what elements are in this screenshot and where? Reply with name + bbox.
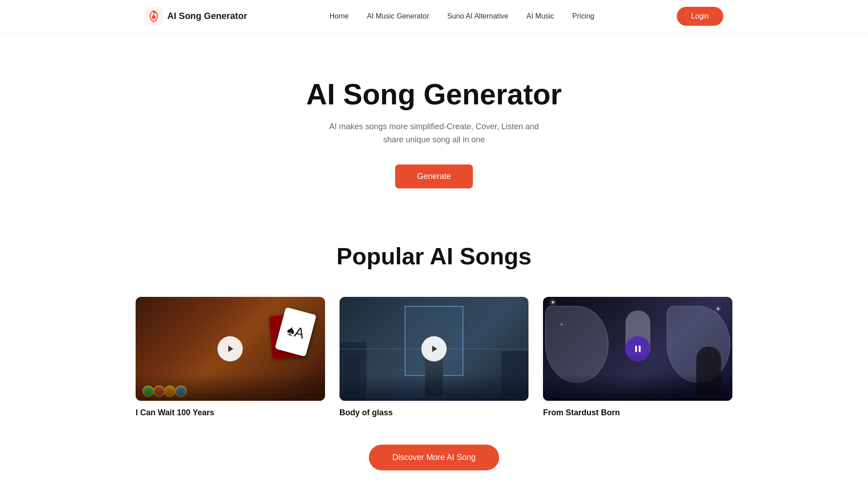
song-title-1: I Can Wait 100 Years <box>136 408 325 418</box>
play-button-1[interactable] <box>217 336 243 361</box>
star-1 <box>552 301 554 303</box>
song-title-3: From Stardust Born <box>543 408 732 418</box>
gradient-overlay-3 <box>543 374 732 401</box>
discover-more-button[interactable]: Discover More AI Song <box>369 445 499 470</box>
song-bg-casino: ♠A <box>136 297 325 401</box>
svg-rect-5 <box>639 346 641 352</box>
svg-rect-4 <box>635 346 637 352</box>
song-title-2: Body of glass <box>340 408 529 418</box>
hero-section: AI Song Generator AI makes songs more si… <box>0 33 868 225</box>
generate-button[interactable]: Generate <box>395 164 472 188</box>
song-card-1[interactable]: ♠A I Can Wait 100 Y <box>136 297 325 418</box>
hero-title: AI Song Generator <box>0 78 868 111</box>
hero-subtitle: AI makes songs more simplified-Create, C… <box>0 120 868 146</box>
gradient-overlay-2 <box>340 374 529 401</box>
svg-marker-2 <box>228 346 233 352</box>
nav-suno-alternative[interactable]: Suno AI Alternative <box>447 12 508 20</box>
nav-links: Home AI Music Generator Suno AI Alternat… <box>330 12 594 20</box>
song-bg-fantasy <box>543 297 732 401</box>
song-thumbnail-3 <box>543 297 732 401</box>
gradient-overlay-1 <box>136 374 325 401</box>
nav-ai-music[interactable]: AI Music <box>527 12 554 20</box>
song-card-3[interactable]: From Stardust Born <box>543 297 732 418</box>
wing-left <box>545 306 609 383</box>
popular-songs-section: Popular AI Songs ♠A <box>0 225 868 488</box>
popular-section-title: Popular AI Songs <box>0 243 868 270</box>
logo-area[interactable]: AI Song Generator <box>145 7 247 25</box>
play-button-2[interactable] <box>421 336 447 361</box>
logo-icon <box>145 7 163 25</box>
nav-home[interactable]: Home <box>330 12 349 20</box>
star-2 <box>717 308 719 310</box>
ace-card-decoration: ♠A <box>275 307 316 357</box>
song-thumbnail-1: ♠A <box>136 297 325 401</box>
pause-button-3[interactable] <box>625 336 651 361</box>
brand-name: AI Song Generator <box>167 11 247 21</box>
songs-grid: ♠A I Can Wait 100 Y <box>0 297 868 418</box>
song-bg-urban <box>340 297 529 401</box>
nav-ai-music-generator[interactable]: AI Music Generator <box>367 12 429 20</box>
navbar: AI Song Generator Home AI Music Generato… <box>0 0 868 33</box>
song-thumbnail-2 <box>340 297 529 401</box>
song-card-2[interactable]: Body of glass <box>340 297 529 418</box>
svg-point-1 <box>152 15 156 19</box>
nav-pricing[interactable]: Pricing <box>572 12 594 20</box>
svg-marker-3 <box>432 346 437 352</box>
login-button[interactable]: Login <box>677 7 723 26</box>
